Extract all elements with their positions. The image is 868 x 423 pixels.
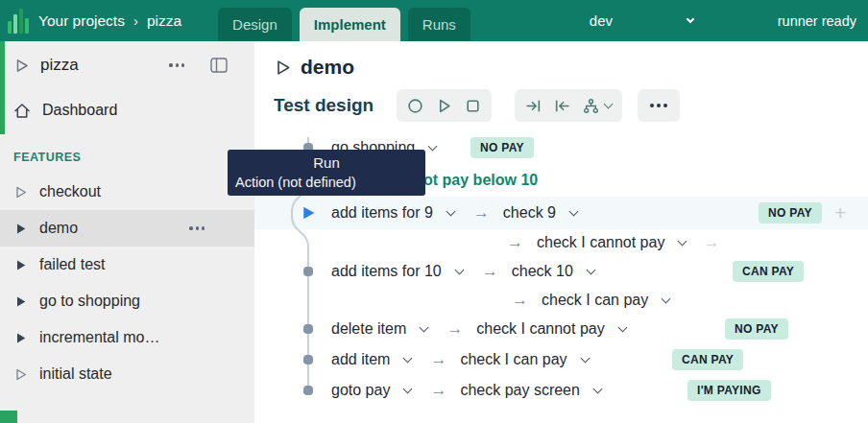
play-filled-icon bbox=[13, 294, 28, 309]
check-label[interactable]: check I cannot pay bbox=[537, 234, 664, 251]
check-label[interactable]: check pay screen bbox=[460, 382, 580, 399]
sidebar-item-checkout[interactable]: checkout bbox=[0, 174, 254, 210]
step-row-goto-pay: goto pay → check pay screen I'M PAYING bbox=[254, 375, 868, 406]
step-row-delete-item: delete item → check I cannot pay NO PAY bbox=[254, 314, 868, 344]
chevron-down-icon[interactable] bbox=[662, 294, 671, 304]
sidebar-item-label: failed test bbox=[39, 256, 105, 273]
sidebar-item-incremental[interactable]: incremental mo… bbox=[0, 319, 254, 356]
step-label[interactable]: add items for 10 bbox=[331, 263, 442, 280]
home-icon bbox=[13, 103, 31, 119]
breadcrumb-your-projects[interactable]: Your projects bbox=[38, 12, 125, 30]
add-step-button[interactable]: + bbox=[834, 201, 846, 224]
sidebar-item-failed-test[interactable]: failed test bbox=[0, 247, 254, 283]
tooltip-title: Run bbox=[228, 154, 425, 171]
feature-more-button[interactable] bbox=[189, 226, 205, 229]
project-more-button[interactable] bbox=[169, 63, 184, 66]
arrow-right-icon: → bbox=[482, 262, 498, 281]
step-row-add-items-10: add items for 10 → check 10 CAN PAY bbox=[254, 256, 868, 287]
step-subrow-check-cannot-pay: → check I cannot pay → bbox=[254, 229, 868, 256]
status-badge: NO PAY bbox=[470, 137, 534, 158]
sidebar-item-go-to-shopping[interactable]: go to shopping bbox=[0, 283, 254, 319]
sidebar-item-label: checkout bbox=[39, 183, 101, 200]
tab-runs[interactable]: Runs bbox=[408, 8, 470, 41]
breadcrumb-project[interactable]: pizza bbox=[147, 12, 181, 30]
step-bullet-icon bbox=[303, 324, 313, 334]
chevron-down-icon[interactable] bbox=[569, 207, 579, 217]
sidebar-item-label: initial state bbox=[39, 365, 112, 383]
arrow-right-icon: → bbox=[446, 319, 463, 339]
play-outline-icon bbox=[13, 58, 30, 74]
chevron-down-icon[interactable] bbox=[403, 354, 413, 364]
sidebar-project-row: pizza bbox=[0, 41, 254, 89]
env-selector-label: dev bbox=[590, 12, 613, 29]
step-bullet-icon bbox=[303, 355, 313, 364]
arrow-right-icon: → bbox=[430, 381, 446, 400]
sidebar-item-dashboard[interactable]: Dashboard bbox=[0, 89, 254, 131]
status-badge: NO PAY bbox=[759, 202, 822, 223]
sidebar-project-title: pizza bbox=[40, 56, 79, 75]
play-outline-icon bbox=[13, 185, 28, 200]
sidebar-item-label: incremental mo… bbox=[39, 329, 159, 346]
tab-design[interactable]: Design bbox=[218, 8, 292, 41]
step-label[interactable]: goto pay bbox=[331, 382, 390, 399]
tab-implement[interactable]: Implement bbox=[300, 8, 400, 41]
step-row-add-item: add item → check I can pay CAN PAY bbox=[254, 344, 868, 375]
step-row-add-items-9: add items for 9 → check 9 NO PAY + bbox=[254, 197, 868, 229]
chevron-down-icon[interactable] bbox=[678, 237, 687, 247]
sidebar-item-demo[interactable]: demo bbox=[0, 210, 254, 247]
features-section-label: FEATURES bbox=[13, 151, 254, 164]
status-badge: I'M PAYING bbox=[687, 380, 771, 401]
breadcrumb-separator-icon: › bbox=[133, 12, 138, 29]
check-label[interactable]: check 9 bbox=[503, 204, 556, 222]
main-panel: demo Test design go shopping bbox=[254, 41, 868, 423]
step-bullet-icon bbox=[303, 267, 313, 276]
sidebar-scrollbar[interactable] bbox=[0, 41, 5, 134]
status-badge: NO PAY bbox=[725, 318, 788, 340]
sidebar-item-label: Dashboard bbox=[42, 102, 117, 119]
chevron-down-icon[interactable] bbox=[580, 354, 590, 364]
chevron-down-icon[interactable] bbox=[428, 142, 438, 152]
collapse-panel-icon[interactable] bbox=[210, 58, 228, 73]
step-label[interactable]: add item bbox=[331, 351, 390, 368]
app-header: Your projects › pizza Design Implement R… bbox=[0, 0, 868, 41]
chevron-down-icon[interactable] bbox=[592, 385, 602, 394]
breadcrumb: Your projects › pizza bbox=[38, 12, 181, 30]
status-badge: CAN PAY bbox=[733, 261, 804, 282]
chevron-down-icon[interactable] bbox=[420, 323, 429, 333]
sidebar: pizza Dashboard FEATURES checkout demo f… bbox=[0, 41, 254, 423]
arrow-right-icon: → bbox=[473, 203, 490, 223]
play-filled-icon bbox=[13, 222, 28, 236]
check-label[interactable]: check I can pay bbox=[542, 292, 648, 309]
test-steps: go shopping NO PAY check I cannot pay be… bbox=[254, 41, 868, 423]
sidebar-item-label: demo bbox=[39, 220, 78, 237]
chevron-down-icon[interactable] bbox=[403, 385, 413, 394]
step-label[interactable]: add items for 9 bbox=[331, 204, 433, 222]
check-label[interactable]: check 10 bbox=[512, 263, 573, 280]
sidebar-scrollbar-corner[interactable] bbox=[0, 411, 17, 423]
app-logo-icon[interactable] bbox=[8, 9, 29, 34]
run-step-button[interactable] bbox=[300, 204, 317, 222]
play-filled-icon bbox=[13, 258, 28, 272]
chevron-down-icon[interactable] bbox=[586, 266, 595, 275]
env-selector[interactable]: dev bbox=[590, 12, 693, 29]
main-tabs: Design Implement Runs bbox=[218, 0, 470, 41]
chevron-down-icon[interactable] bbox=[617, 323, 627, 333]
run-tooltip: Run Action (not defined) bbox=[228, 150, 425, 196]
sidebar-item-label: go to shopping bbox=[39, 293, 140, 310]
status-badge: CAN PAY bbox=[672, 349, 743, 370]
play-outline-icon bbox=[13, 367, 28, 382]
arrow-right-outline-icon: → bbox=[703, 233, 719, 252]
arrow-right-icon: → bbox=[512, 291, 528, 310]
check-label[interactable]: check I can pay bbox=[460, 351, 567, 368]
arrow-right-icon: → bbox=[430, 350, 446, 369]
check-label[interactable]: check I cannot pay bbox=[476, 320, 604, 338]
step-bullet-icon bbox=[303, 386, 313, 395]
chevron-down-icon[interactable] bbox=[446, 207, 455, 217]
chevron-down-icon[interactable] bbox=[454, 266, 464, 275]
runner-status: runner ready bbox=[778, 13, 856, 29]
chevron-down-icon bbox=[687, 15, 694, 23]
step-subrow-check-can-pay: → check I can pay bbox=[254, 287, 868, 314]
play-filled-icon bbox=[13, 331, 28, 345]
step-label[interactable]: delete item bbox=[331, 320, 406, 338]
sidebar-item-initial-state[interactable]: initial state bbox=[0, 356, 254, 392]
